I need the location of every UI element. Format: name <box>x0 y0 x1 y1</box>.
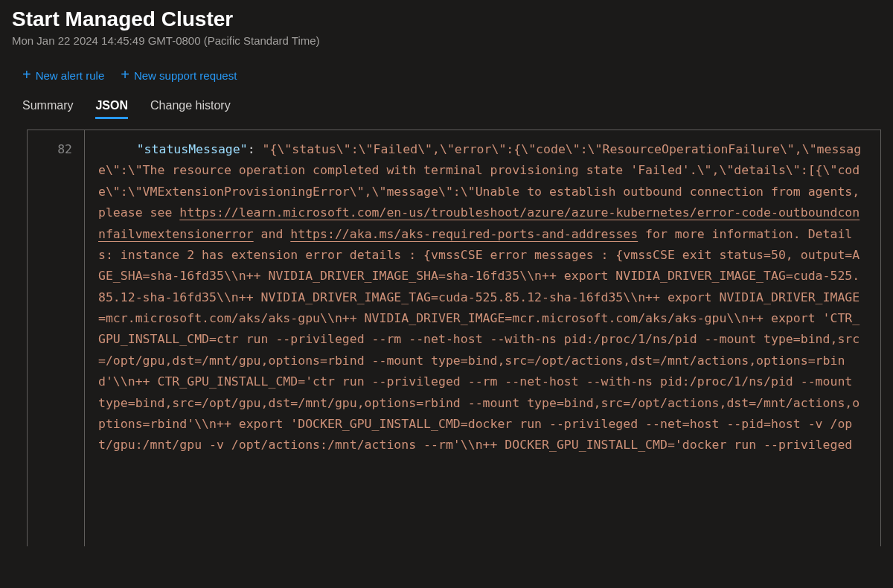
json-key-statusMessage: "statusMessage" <box>137 142 248 156</box>
page-timestamp: Mon Jan 22 2024 14:45:49 GMT-0800 (Pacif… <box>12 34 881 47</box>
json-colon: : <box>248 142 263 156</box>
new-alert-rule-button[interactable]: + New alert rule <box>22 68 104 83</box>
new-support-request-label: New support request <box>134 69 237 82</box>
tab-change-history[interactable]: Change history <box>150 99 231 119</box>
new-support-request-button[interactable]: + New support request <box>121 68 237 83</box>
tab-json[interactable]: JSON <box>95 99 128 119</box>
json-string-part-2: and <box>254 227 291 241</box>
tabs: Summary JSON Change history <box>12 99 881 119</box>
line-number: 82 <box>28 139 72 160</box>
line-number-gutter: 82 <box>28 130 84 546</box>
plus-icon: + <box>121 67 129 82</box>
tab-summary[interactable]: Summary <box>22 99 73 119</box>
aks-ports-link[interactable]: https://aka.ms/aks-required-ports-and-ad… <box>290 227 638 241</box>
json-viewer[interactable]: 82 "statusMessage": "{\"status\":\"Faile… <box>27 130 881 546</box>
toolbar: + New alert rule + New support request <box>12 68 881 83</box>
plus-icon: + <box>22 67 31 82</box>
json-content[interactable]: "statusMessage": "{\"status\":\"Failed\"… <box>85 130 880 546</box>
new-alert-rule-label: New alert rule <box>36 69 105 82</box>
page-title: Start Managed Cluster <box>12 7 881 31</box>
json-string-part-3: for more information. Details: instance … <box>98 227 860 453</box>
